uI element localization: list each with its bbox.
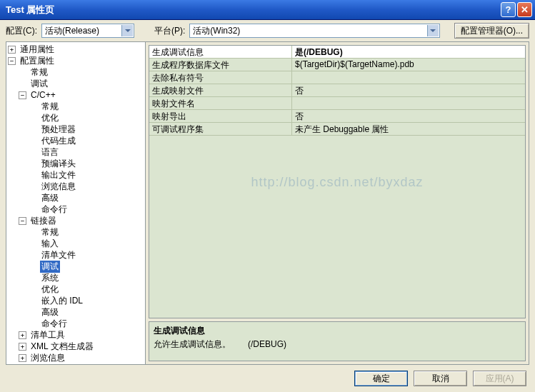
tree-item[interactable]: +浏览信息 [8, 352, 144, 363]
prop-value[interactable]: $(TargetDir)$(TargetName).pdb [292, 59, 525, 71]
expand-icon[interactable]: + [19, 331, 26, 339]
prop-name: 生成程序数据库文件 [149, 59, 292, 71]
config-label: 配置(C): [6, 25, 37, 37]
desc-text: 允许生成调试信息。 (/DEBUG) [154, 338, 521, 351]
grid-row[interactable]: 生成程序数据库文件$(TargetDir)$(TargetName).pdb [149, 59, 525, 71]
property-grid[interactable]: 生成调试信息是(/DEBUG) 生成程序数据库文件$(TargetDir)$(T… [149, 45, 526, 318]
titlebar: Test 属性页 ? ✕ [0, 0, 535, 20]
config-manager-button[interactable]: 配置管理器(O)... [454, 23, 529, 39]
watermark: http://blog.csdn.net/byxdaz [251, 174, 423, 189]
tree-item[interactable]: +XML 文档生成器 [8, 341, 144, 352]
chevron-down-icon [121, 25, 133, 36]
tree-item[interactable]: 代码生成 [8, 135, 144, 146]
prop-value[interactable]: 否 [292, 110, 525, 122]
tree-item-common[interactable]: +通用属性 [8, 44, 144, 55]
prop-value[interactable]: 是(/DEBUG) [292, 46, 525, 58]
right-panel: 生成调试信息是(/DEBUG) 生成程序数据库文件$(TargetDir)$(T… [146, 42, 529, 364]
grid-row[interactable]: 可调试程序集未产生 Debuggable 属性 [149, 123, 525, 136]
expand-icon[interactable]: + [8, 46, 16, 54]
cancel-button[interactable]: 取消 [414, 371, 467, 386]
platform-label: 平台(P): [154, 25, 185, 37]
tree-item-debug[interactable]: 调试 [8, 261, 144, 272]
ok-button[interactable]: 确定 [354, 371, 408, 386]
expand-icon[interactable]: + [19, 343, 26, 351]
prop-name: 可调试程序集 [149, 123, 292, 135]
prop-name: 生成映射文件 [149, 84, 292, 96]
tree-item[interactable]: 浏览信息 [8, 181, 144, 192]
tree-item[interactable]: 输出文件 [8, 169, 144, 181]
grid-row[interactable]: 生成映射文件否 [149, 84, 525, 97]
tree-item[interactable]: 高级 [8, 192, 144, 203]
tree-item[interactable]: 优化 [8, 283, 144, 295]
tree-item[interactable]: 嵌入的 IDL [8, 295, 144, 306]
tree: +通用属性 −配置属性 常规 调试 −C/C++ 常规 优化 预处理器 代码生成… [8, 44, 144, 364]
tree-item[interactable]: 输入 [8, 238, 144, 249]
help-button[interactable]: ? [501, 2, 516, 17]
grid-row[interactable]: 映射文件名 [149, 97, 525, 110]
description-panel: 生成调试信息 允许生成调试信息。 (/DEBUG) [149, 321, 526, 361]
prop-value[interactable]: 否 [292, 84, 525, 96]
prop-value[interactable] [292, 71, 525, 84]
tree-item[interactable]: 预处理器 [8, 124, 144, 135]
prop-value[interactable]: 未产生 Debuggable 属性 [292, 123, 525, 135]
dialog-buttons: 确定 取消 应用(A) [354, 371, 526, 386]
desc-title: 生成调试信息 [154, 325, 521, 337]
prop-name: 映射导出 [149, 110, 292, 122]
prop-value[interactable] [292, 97, 525, 109]
main-panel: +通用属性 −配置属性 常规 调试 −C/C++ 常规 优化 预处理器 代码生成… [6, 41, 529, 365]
toolbar: 配置(C): 活动(Release) 平台(P): 活动(Win32) 配置管理… [0, 20, 535, 41]
grid-row[interactable]: 生成调试信息是(/DEBUG) [149, 46, 525, 59]
titlebar-buttons: ? ✕ [501, 2, 532, 17]
tree-item[interactable]: 系统 [8, 272, 144, 283]
tree-item[interactable]: 常规 [8, 101, 144, 112]
apply-button: 应用(A) [473, 371, 526, 386]
collapse-icon[interactable]: − [8, 57, 16, 65]
platform-combo[interactable]: 活动(Win32) [189, 24, 439, 38]
prop-name: 映射文件名 [149, 97, 292, 109]
config-combo[interactable]: 活动(Release) [41, 24, 134, 38]
tree-item-cpp[interactable]: −C/C++ [8, 89, 144, 101]
tree-item[interactable]: 清单文件 [8, 249, 144, 261]
tree-item[interactable]: 常规 [8, 226, 144, 238]
tree-item[interactable]: 调试 [8, 78, 144, 89]
chevron-down-icon [427, 25, 439, 36]
tree-item[interactable]: +生成事件 [8, 363, 144, 364]
tree-item-linker[interactable]: −链接器 [8, 215, 144, 226]
tree-item[interactable]: 优化 [8, 112, 144, 124]
prop-name: 去除私有符号 [149, 71, 292, 84]
tree-item[interactable]: 预编译头 [8, 158, 144, 169]
tree-panel[interactable]: +通用属性 −配置属性 常规 调试 −C/C++ 常规 优化 预处理器 代码生成… [6, 42, 146, 364]
close-button[interactable]: ✕ [517, 2, 532, 17]
tree-item[interactable]: 常规 [8, 66, 144, 78]
tree-item[interactable]: +清单工具 [8, 329, 144, 341]
tree-item-config[interactable]: −配置属性 [8, 55, 144, 66]
prop-name: 生成调试信息 [149, 46, 292, 58]
tree-item[interactable]: 高级 [8, 306, 144, 318]
config-value: 活动(Release) [45, 25, 99, 37]
expand-icon[interactable]: + [19, 354, 26, 362]
tree-item[interactable]: 命令行 [8, 318, 144, 329]
collapse-icon[interactable]: − [19, 217, 26, 225]
window-title: Test 属性页 [3, 4, 501, 16]
grid-row[interactable]: 映射导出否 [149, 110, 525, 123]
grid-row[interactable]: 去除私有符号 [149, 71, 525, 84]
collapse-icon[interactable]: − [19, 91, 26, 99]
tree-item[interactable]: 语言 [8, 146, 144, 158]
platform-value: 活动(Win32) [193, 25, 240, 37]
tree-item[interactable]: 命令行 [8, 203, 144, 215]
